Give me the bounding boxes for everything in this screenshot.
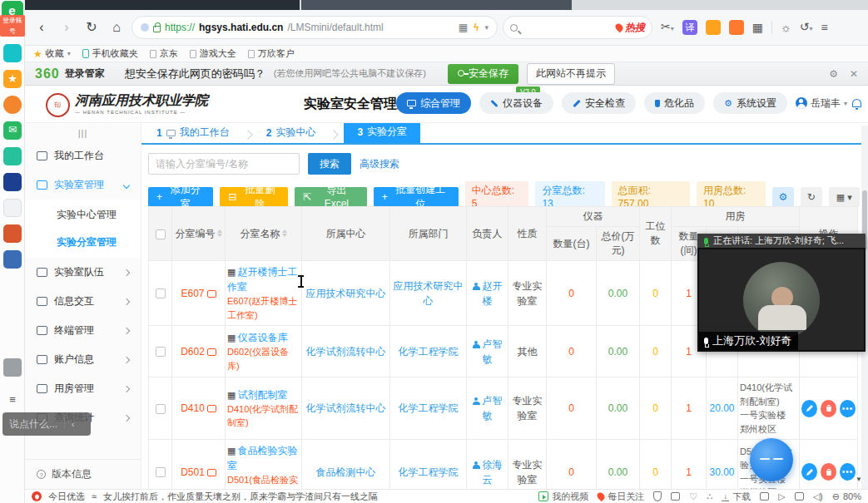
center-link[interactable]: 化学试剂流转中心 [302,377,390,440]
url-dropdown-icon[interactable]: ▾ [484,23,489,32]
games-icon[interactable] [729,20,744,35]
user-menu[interactable]: 岳瑞丰 ▾ [796,96,861,111]
back-icon[interactable]: ‹ [32,17,52,37]
row-checkbox[interactable] [156,467,166,477]
sidebar-item-lab-management[interactable]: 实验室管理 [25,170,141,200]
sort-icon[interactable] [217,229,222,237]
apps-grid-icon[interactable]: ▦ [752,18,763,37]
export-excel-button[interactable]: ⇱导出Excel [295,187,367,207]
refresh-icon[interactable]: ↻ [82,17,102,37]
screenshot-image-icon[interactable] [671,492,680,501]
nav-safety-check[interactable]: 安全检查 [562,92,636,114]
sidebar-item-terminal-management[interactable]: 终端管理 [25,316,141,345]
browser-tab-2[interactable] [301,0,572,10]
bookmark-jd[interactable]: 京东 [150,47,178,60]
bookmark-mobile-favorites[interactable]: 手机收藏夹 [82,47,138,60]
browser-search-box[interactable]: 热搜 [503,16,652,39]
step-tab-lab-room[interactable]: 3实验分室 [344,123,420,143]
history-undo-icon[interactable]: ↺▾ [800,17,813,38]
person-link[interactable]: 徐海云 [483,459,503,486]
chat-collapse-icon[interactable]: ‹ [72,420,74,429]
batch-delete-button[interactable]: ⊟批量删除 [220,187,287,207]
daily-follow-button[interactable]: 每日关注 [598,491,644,503]
row-checkbox[interactable] [156,347,166,357]
sidebar-item-lab-center-management[interactable]: 实验中心管理 [25,201,141,229]
qr-code-icon[interactable]: ▦ [459,22,468,33]
nav-hazardous-chemicals[interactable]: 危化品 [644,92,705,114]
sidebar-collapse-icon[interactable]: ||| [25,123,141,141]
room-code-link[interactable]: E607 [181,288,204,299]
edit-icon[interactable] [801,463,817,481]
nav-comprehensive-management[interactable]: 综合管理 [396,92,471,114]
room-name-link[interactable]: 试剂配制室 [237,389,287,401]
favorites-menu[interactable]: ★收藏▾ [33,47,71,60]
meeting-overlay[interactable]: 正在讲话: 上海万欣-刘好奇; 飞... 上海万欣-刘好奇 [697,234,866,352]
edit-icon[interactable] [801,400,817,417]
today-picks-label[interactable]: 今日优选 [48,491,85,503]
downloads-button[interactable]: ↓下载 [722,491,751,503]
row-checkbox[interactable] [156,404,166,414]
version-info[interactable]: ?版本信息 [25,459,141,489]
sidebar-item-workbench[interactable]: 我的工作台 [25,141,141,170]
table-settings-gear-icon[interactable]: ⚙ [772,187,794,207]
today-picks-icon[interactable] [32,491,42,501]
cloud-drive-icon[interactable] [3,147,22,165]
batch-create-workstation-button[interactable]: +批量创建工位 [374,187,459,207]
hot-search-button[interactable]: 热搜 [616,21,645,35]
sidebar-item-information-exchange[interactable]: 信息交互 [25,287,141,316]
person-link[interactable]: 赵开楼 [483,280,503,307]
bookmark-wanxin[interactable]: 万欣客户 [248,47,295,60]
reader-doc-icon[interactable] [3,199,22,217]
login-account-badge[interactable]: 登录账号 [0,15,25,37]
password-bar-settings-icon[interactable]: ⚙ [829,68,838,80]
security-shield-icon[interactable] [706,20,721,35]
center-link[interactable]: 应用技术研究中心 [302,261,390,326]
nav-system-settings[interactable]: ⚙系统设置 [713,92,787,114]
favorites-heart-icon[interactable]: ♡ [689,491,697,502]
room-name-link[interactable]: 赵开楼博士工作室 [227,266,297,293]
rail-menu-icon[interactable]: ≡ [3,392,22,410]
person-link[interactable]: 卢智敏 [483,395,503,422]
sort-icon[interactable] [282,229,287,237]
sidebar-item-room-management[interactable]: 用房管理 [25,374,141,403]
step-tab-workbench[interactable]: 1我的工作台 [148,123,238,143]
room-search-input[interactable] [148,153,300,175]
advanced-search-link[interactable]: 高级搜索 [360,157,399,171]
room-name-link[interactable]: 食品检验实验室 [227,445,297,471]
url-bar[interactable]: https:// hgsys.hati.edu.cn /LMSmini/defa… [131,16,498,39]
sidebar-item-account-info[interactable]: 账户信息 [25,345,141,374]
delete-icon[interactable] [821,463,836,481]
mail-icon[interactable] [3,121,22,140]
refresh-table-icon[interactable]: ↻ [801,187,822,207]
room-name-link[interactable]: 仪器设备库 [237,332,287,343]
column-header-name[interactable]: 分室名称 [226,207,302,261]
bell-icon[interactable] [852,99,861,107]
search-button[interactable]: 搜索 [308,153,351,175]
speaker-icon[interactable]: ◁) [813,491,823,502]
center-link[interactable]: 化学试剂流转中心 [302,326,390,377]
person-link[interactable]: 卢智敏 [483,338,503,365]
room-code-link[interactable]: D602 [181,346,205,358]
windows-icon[interactable] [795,492,804,501]
save-password-button[interactable]: 安全保存 [448,64,518,84]
dept-link[interactable]: 应用技术研究中心 [390,261,467,326]
step-tab-lab-center[interactable]: 2实验中心 [258,123,325,143]
weibo-icon[interactable] [3,96,22,114]
chat-input-overlay[interactable]: 说点什么... ‹ [2,412,91,436]
browser-tab-1[interactable] [25,0,300,10]
delete-icon[interactable] [821,400,836,417]
my-videos-button[interactable]: 我的视频 [538,491,588,503]
home-icon[interactable]: ⌂ [107,17,126,37]
center-link[interactable]: 食品检测中心 [302,440,390,490]
speed-mode-icon[interactable]: ϟ [474,22,479,33]
send-page-icon[interactable]: ▷ [778,491,785,502]
favorites-star-icon[interactable] [3,70,22,88]
meeting-video[interactable]: 上海万欣-刘好奇 [697,248,866,352]
sidebar-item-lab-team[interactable]: 实验室队伍 [25,258,141,287]
room-code-link[interactable]: D501 [181,466,205,478]
share-icon[interactable]: ∴ [707,491,712,502]
password-bar-close-icon[interactable]: ✕ [850,68,858,80]
column-header-code[interactable]: 分室编号 [172,207,226,261]
bookmark-games[interactable]: 游戏大全 [190,47,236,60]
screenshot-scissors-icon[interactable]: ✂▾ [661,17,674,38]
